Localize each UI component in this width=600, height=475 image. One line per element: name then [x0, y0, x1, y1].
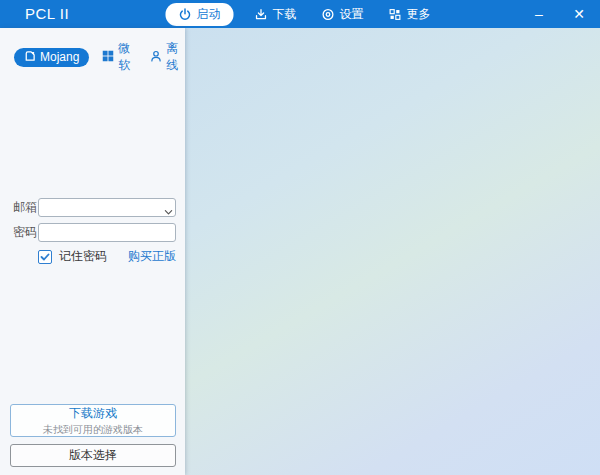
- nav-more-label: 更多: [407, 6, 431, 23]
- tab-microsoft[interactable]: 微软: [102, 40, 137, 74]
- download-game-title: 下载游戏: [69, 405, 117, 422]
- title-bar: PCL II 启动 下载 设置: [0, 0, 600, 28]
- password-label: 密码: [13, 224, 37, 241]
- nav-more[interactable]: 更多: [385, 4, 435, 25]
- email-row: 邮箱: [0, 198, 185, 217]
- nav-download[interactable]: 下载: [251, 4, 301, 25]
- window-controls: – ✕: [530, 0, 588, 28]
- remember-password-label: 记住密码: [59, 248, 107, 265]
- settings-icon: [322, 8, 335, 21]
- buy-genuine-link[interactable]: 购买正版: [128, 248, 176, 265]
- main-nav: 启动 下载 设置 更多: [166, 0, 435, 28]
- person-icon: [150, 50, 162, 65]
- tab-mojang-label: Mojang: [40, 50, 79, 64]
- remember-row: 记住密码 购买正版: [38, 248, 176, 265]
- nav-launch[interactable]: 启动: [166, 3, 234, 26]
- download-icon: [255, 8, 268, 21]
- remember-checkbox[interactable]: [38, 250, 52, 264]
- download-game-button[interactable]: 下载游戏 未找到可用的游戏版本: [10, 404, 176, 437]
- sidebar: Mojang 微软 离线 邮箱 密: [0, 28, 185, 475]
- nav-settings-label: 设置: [340, 6, 364, 23]
- password-row: 密码: [0, 223, 185, 242]
- close-button[interactable]: ✕: [570, 6, 588, 22]
- check-icon: [40, 252, 50, 262]
- download-game-subtitle: 未找到可用的游戏版本: [43, 423, 143, 437]
- nav-download-label: 下载: [273, 6, 297, 23]
- nav-settings[interactable]: 设置: [318, 4, 368, 25]
- version-select-label: 版本选择: [69, 447, 117, 464]
- main-content-area: [185, 28, 600, 475]
- email-label: 邮箱: [13, 199, 37, 216]
- more-grid-icon: [389, 8, 402, 21]
- account-tabs: Mojang 微软 离线: [14, 40, 185, 74]
- tab-offline-label: 离线: [166, 40, 185, 74]
- minimize-button[interactable]: –: [530, 6, 548, 22]
- password-field[interactable]: [38, 223, 176, 242]
- app-title: PCL II: [25, 5, 69, 22]
- app-window: PCL II 启动 下载 设置: [0, 0, 600, 475]
- windows-icon: [102, 50, 114, 65]
- power-icon: [179, 8, 192, 21]
- email-combobox[interactable]: [38, 198, 176, 217]
- version-select-button[interactable]: 版本选择: [10, 444, 176, 467]
- tab-offline[interactable]: 离线: [150, 40, 185, 74]
- nav-launch-label: 启动: [197, 6, 221, 23]
- tab-microsoft-label: 微软: [118, 40, 137, 74]
- mojang-icon: [24, 50, 36, 65]
- tab-mojang[interactable]: Mojang: [14, 48, 89, 67]
